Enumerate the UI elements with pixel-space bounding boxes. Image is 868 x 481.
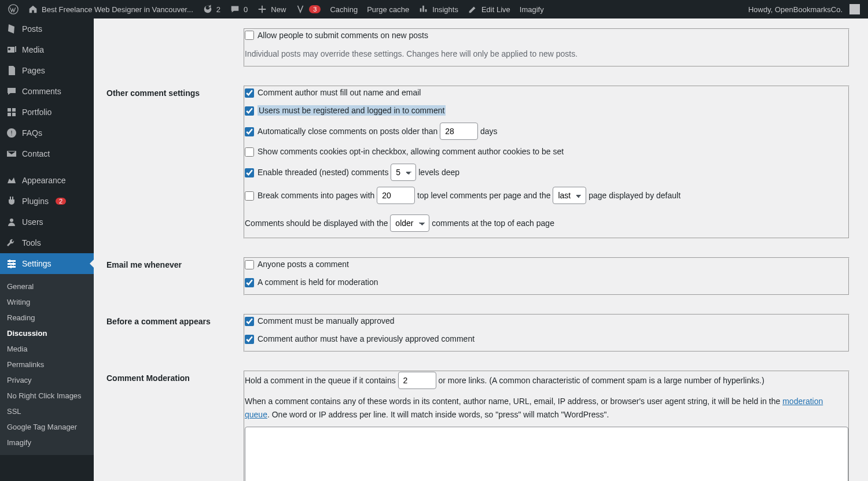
settings-submenu: General Writing Reading Discussion Media…	[0, 274, 94, 455]
threaded-checkbox[interactable]	[245, 168, 254, 177]
sidebar-pages[interactable]: Pages	[0, 60, 94, 81]
updates-link[interactable]: 2	[198, 0, 225, 18]
autoclose-row: Automatically close comments on posts ol…	[245, 123, 848, 140]
sidebar-settings[interactable]: Settings	[0, 253, 94, 274]
email-me-heading: Email me whenever	[106, 249, 237, 304]
cookies-optin-row: Show comments cookies opt-in checkbox, a…	[245, 146, 848, 158]
svg-text:!: !	[10, 130, 12, 136]
held-moderation-row: A comment is held for moderation	[245, 276, 848, 288]
site-title: Best Freelance Web Designer in Vancouver…	[42, 5, 193, 14]
svg-rect-2	[12, 108, 16, 112]
avatar-icon	[849, 4, 860, 14]
sub-reading[interactable]: Reading	[0, 310, 94, 325]
updates-count: 2	[216, 5, 220, 14]
registered-row: Users must be registered and logged in t…	[245, 105, 848, 117]
sub-privacy[interactable]: Privacy	[0, 372, 94, 388]
sidebar-appearance[interactable]: Appearance	[0, 170, 94, 191]
main-content: Allow people to submit comments on new p…	[94, 18, 868, 481]
svg-rect-3	[8, 113, 11, 116]
moderation-keys-textarea[interactable]	[245, 427, 848, 481]
yoast-badge: 3	[309, 5, 321, 13]
comments-count: 0	[244, 5, 248, 14]
sub-permalinks[interactable]: Permalinks	[0, 357, 94, 372]
svg-rect-8	[8, 260, 16, 262]
howdy-text: Howdy, OpenBookmarksCo.	[748, 5, 843, 14]
registered-checkbox[interactable]	[245, 106, 254, 116]
autoclose-checkbox[interactable]	[245, 127, 254, 136]
prev-approved-checkbox[interactable]	[245, 335, 254, 344]
moderation-heading: Comment Moderation	[106, 362, 237, 481]
sub-media[interactable]: Media	[0, 341, 94, 357]
admin-sidebar: Posts Media Pages Comments Portfolio !FA…	[0, 18, 94, 481]
autoclose-days-input[interactable]	[440, 123, 478, 140]
moderation-keys-desc: When a comment contains any of these wor…	[245, 395, 848, 421]
default-page-select[interactable]: last	[553, 187, 586, 204]
before-appears-heading: Before a comment appears	[106, 305, 237, 361]
manual-approve-checkbox[interactable]	[245, 317, 254, 326]
break-pages-row: Break comments into pages with top level…	[245, 187, 848, 204]
allow-submit-checkbox[interactable]	[245, 31, 254, 40]
anyone-posts-checkbox[interactable]	[245, 260, 254, 269]
comment-order-select[interactable]: older	[390, 214, 429, 232]
imagify-top-link[interactable]: Imagify	[515, 0, 549, 18]
account-link[interactable]: Howdy, OpenBookmarksCo.	[744, 0, 865, 18]
svg-rect-12	[13, 262, 14, 265]
prev-approved-row: Comment author must have a previously ap…	[245, 333, 848, 345]
edit-live-link[interactable]: Edit Live	[463, 0, 515, 18]
allow-submit-row: Allow people to submit comments on new p…	[245, 29, 848, 42]
hold-links-row: Hold a comment in the queue if it contai…	[245, 372, 848, 389]
insights-link[interactable]: Insights	[414, 0, 463, 18]
override-note: Individual posts may override these sett…	[245, 47, 848, 60]
sub-writing[interactable]: Writing	[0, 294, 94, 310]
svg-rect-1	[8, 108, 11, 112]
svg-rect-11	[9, 260, 10, 262]
break-pages-checkbox[interactable]	[245, 191, 254, 201]
sidebar-contact[interactable]: Contact	[0, 143, 94, 164]
author-fill-checkbox[interactable]	[245, 88, 254, 98]
sub-ssl[interactable]: SSL	[0, 404, 94, 419]
new-label: New	[271, 5, 286, 14]
new-link[interactable]: New	[252, 0, 290, 18]
other-comment-heading: Other comment settings	[106, 77, 237, 247]
display-order-row: Comments should be displayed with the ol…	[245, 214, 848, 232]
sub-imagify[interactable]: Imagify	[0, 435, 94, 450]
svg-point-7	[10, 219, 13, 222]
cookies-optin-checkbox[interactable]	[245, 147, 254, 157]
wp-logo[interactable]	[3, 0, 23, 18]
purge-link[interactable]: Purge cache	[362, 0, 414, 18]
sidebar-faqs[interactable]: !FAQs	[0, 123, 94, 143]
sidebar-plugins[interactable]: Plugins2	[0, 191, 94, 212]
per-page-input[interactable]	[377, 187, 415, 204]
anyone-posts-row: Anyone posts a comment	[245, 258, 848, 271]
caching-link[interactable]: Caching	[325, 0, 362, 18]
max-links-input[interactable]	[398, 372, 436, 389]
sidebar-users[interactable]: Users	[0, 212, 94, 232]
sidebar-portfolio[interactable]: Portfolio	[0, 102, 94, 123]
sub-norightclick[interactable]: No Right Click Images	[0, 388, 94, 404]
svg-rect-13	[10, 265, 12, 268]
admin-topbar: Best Freelance Web Designer in Vancouver…	[0, 0, 868, 18]
sub-gtm[interactable]: Google Tag Manager	[0, 419, 94, 435]
sidebar-media[interactable]: Media	[0, 39, 94, 60]
svg-rect-9	[8, 263, 16, 265]
yoast-link[interactable]: 3	[290, 0, 325, 18]
held-moderation-checkbox[interactable]	[245, 278, 254, 287]
threaded-levels-select[interactable]: 5	[391, 164, 416, 181]
sub-discussion[interactable]: Discussion	[0, 325, 94, 341]
sidebar-posts[interactable]: Posts	[0, 18, 94, 39]
sub-general[interactable]: General	[0, 279, 94, 294]
svg-rect-4	[12, 113, 16, 116]
sidebar-tools[interactable]: Tools	[0, 232, 94, 253]
manual-approve-row: Comment must be manually approved	[245, 315, 848, 327]
site-home[interactable]: Best Freelance Web Designer in Vancouver…	[23, 0, 198, 18]
comments-link[interactable]: 0	[225, 0, 252, 18]
threaded-row: Enable threaded (nested) comments 5 leve…	[245, 164, 848, 181]
plugins-badge: 2	[56, 198, 66, 205]
author-fill-row: Comment author must fill out name and em…	[245, 87, 848, 99]
sidebar-comments[interactable]: Comments	[0, 81, 94, 102]
